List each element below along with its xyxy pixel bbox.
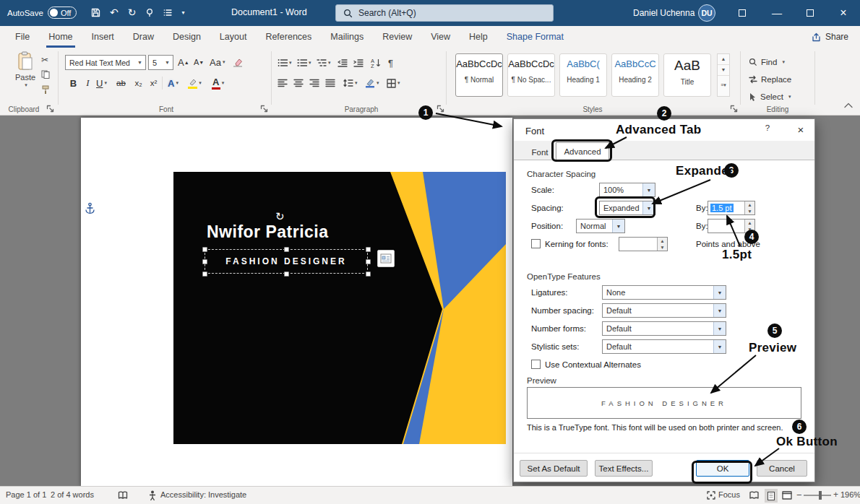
save-icon[interactable] [91,8,100,17]
kerning-points-field[interactable]: ▲▼ [619,237,668,251]
ribbon-display-options-icon[interactable] [731,0,753,26]
dialog-help-icon[interactable]: ? [760,123,775,138]
spin-up-icon[interactable]: ▲ [658,238,667,244]
proofing-icon[interactable] [118,491,128,500]
spacing-by-field[interactable]: 1.5 pt ▲▼ [708,201,755,215]
redo-icon[interactable]: ↻ [128,6,137,18]
format-painter-icon[interactable] [41,85,50,95]
tab-insert[interactable]: Insert [82,26,124,48]
cancel-button[interactable]: Cancel [757,460,807,477]
spacing-select[interactable]: Expanded▼ [599,201,655,215]
numbering-button[interactable]: ▾ [297,55,311,71]
layout-options-button[interactable] [377,250,395,267]
share-button[interactable]: Share [812,26,848,48]
tab-mailings[interactable]: Mailings [321,26,373,48]
scale-select[interactable]: 100%▼ [599,183,655,197]
highlight-color-button[interactable]: ▾ [188,75,202,91]
selection-handle[interactable] [366,247,371,252]
minimize-button[interactable]: — [766,0,788,26]
strikethrough-button[interactable]: ab [114,75,128,91]
zoom-level[interactable]: 196% [840,490,860,499]
dialog-close-icon[interactable]: × [793,123,809,138]
font-dialog-launcher[interactable] [260,105,268,113]
selection-handle[interactable] [284,271,289,277]
decrease-indent-button[interactable] [337,55,348,71]
autosave-toggle[interactable]: Off [48,6,77,19]
maximize-button[interactable] [799,0,821,26]
ligatures-select[interactable]: None▼ [602,285,726,300]
zoom-slider[interactable] [804,495,831,496]
tab-draw[interactable]: Draw [124,26,163,48]
style-title[interactable]: AaB Title [663,53,711,97]
web-layout-icon[interactable] [782,491,792,500]
clipboard-dialog-launcher[interactable] [46,105,54,113]
close-button[interactable]: × [833,0,854,26]
zoom-slider-thumb[interactable] [819,491,822,500]
selected-text-box[interactable]: FASHION DESIGNER [205,249,368,274]
spin-up-icon[interactable]: ▲ [745,220,754,226]
selection-handle[interactable] [366,259,371,264]
kerning-checkbox[interactable] [531,239,541,248]
spin-down-icon[interactable]: ▼ [745,208,754,214]
page-count[interactable]: Page 1 of 1 [6,490,46,499]
tab-help[interactable]: Help [460,26,497,48]
copy-icon[interactable] [41,70,50,79]
text-effects-button-dialog[interactable]: Text Effects... [595,460,653,477]
styles-dialog-launcher[interactable] [730,105,738,113]
avatar[interactable]: DU [698,4,715,22]
word-count[interactable]: 2 of 4 words [51,490,94,499]
borders-button[interactable]: ▾ [387,75,400,91]
tab-design[interactable]: Design [163,26,210,48]
stylistic-sets-select[interactable]: Default▼ [602,339,726,354]
contextual-alternates-checkbox[interactable] [531,360,541,369]
zoom-out-button[interactable]: − [796,490,802,500]
italic-button[interactable]: I [81,75,95,91]
selection-handle[interactable] [202,259,207,264]
dialog-tab-advanced[interactable]: Advanced [556,142,609,161]
dialog-tab-font[interactable]: Font [524,144,556,160]
touch-mode-icon[interactable] [145,8,154,17]
clear-formatting-button[interactable] [233,54,243,70]
selection-handle[interactable] [284,247,289,252]
paste-button[interactable]: Paste ▾ [9,51,42,103]
tab-layout[interactable]: Layout [210,26,257,48]
shrink-font-button[interactable]: A▼ [194,54,204,70]
justify-button[interactable] [325,75,335,91]
spin-down-icon[interactable]: ▼ [658,244,667,251]
align-right-button[interactable] [309,75,319,91]
font-color-button[interactable]: A ▾ [211,75,225,91]
zoom-in-button[interactable]: + [833,490,838,500]
font-size-select[interactable]: 5▼ [148,55,173,70]
find-button[interactable]: Find▾ [749,55,785,69]
number-spacing-select[interactable]: Default▼ [602,303,726,318]
task-list-icon[interactable] [163,9,172,17]
style-heading-2[interactable]: AaBbCcC Heading 2 [611,53,659,97]
selection-handle[interactable] [202,247,207,252]
spin-up-icon[interactable]: ▲ [745,201,754,208]
focus-button[interactable]: Focus [718,490,740,499]
number-forms-select[interactable]: Default▼ [602,321,726,336]
styles-gallery-more-icon[interactable]: ≡▾ [718,76,729,95]
tab-view[interactable]: View [421,26,460,48]
print-layout-icon[interactable] [765,489,778,503]
underline-button[interactable]: U▾ [95,75,108,91]
style-no-spacing[interactable]: AaBbCcDc ¶ No Spac... [507,53,555,97]
collapse-ribbon-icon[interactable] [844,103,853,108]
style-heading-1[interactable]: AaBbC( Heading 1 [559,53,607,97]
style-normal[interactable]: AaBbCcDc ¶ Normal [455,53,503,97]
multilevel-list-button[interactable]: ▾ [317,55,331,71]
cut-icon[interactable]: ✂ [41,55,48,65]
sort-button[interactable]: AZ [371,55,382,71]
search-box[interactable]: Search (Alt+Q) [335,4,554,22]
font-name-select[interactable]: Red Hat Text Med▼ [65,55,146,70]
shading-button[interactable]: ▾ [365,75,379,91]
business-card-shape[interactable] [173,172,506,444]
bold-button[interactable]: B [66,75,80,91]
rotate-handle-icon[interactable]: ↻ [275,210,285,223]
tab-file[interactable]: File [6,26,39,48]
grow-font-button[interactable]: A▲ [178,54,189,70]
styles-scroll-up-icon[interactable]: ▲ [718,54,729,65]
text-effects-button[interactable]: A▾ [166,75,180,91]
align-center-button[interactable] [293,75,304,91]
superscript-button[interactable]: x² [147,75,160,91]
